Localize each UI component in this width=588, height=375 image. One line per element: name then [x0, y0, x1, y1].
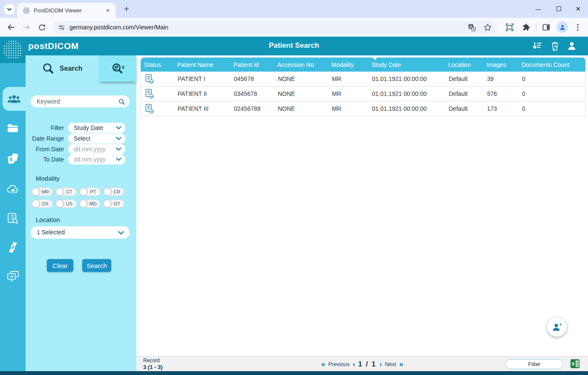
- chevron-down-icon: [116, 158, 121, 161]
- record-label: Record: [143, 358, 163, 364]
- reload-button[interactable]: [37, 22, 47, 32]
- tab-title: PostDICOM Viewer: [34, 7, 104, 14]
- chevron-down-icon: [116, 137, 121, 140]
- page-title: Patient Search: [0, 41, 588, 50]
- col-patient-name[interactable]: Patient Name: [174, 58, 230, 72]
- sidebar-item-patients[interactable]: [3, 87, 26, 111]
- tab-search[interactable]: Search: [26, 55, 99, 82]
- date-range-row: Date Range Select: [31, 133, 130, 144]
- to-date-row: To Date dd.mm.yyyy: [31, 154, 130, 164]
- site-settings-icon[interactable]: [58, 24, 65, 31]
- clear-button[interactable]: Clear: [47, 259, 73, 272]
- sidebar-item-sync[interactable]: [0, 235, 26, 259]
- modality-toggle-ot[interactable]: OT: [103, 199, 124, 208]
- col-status[interactable]: Status: [141, 58, 174, 72]
- toggle-knob: [80, 200, 87, 208]
- chevron-down-icon: [116, 126, 121, 130]
- add-patient-fab[interactable]: [547, 317, 567, 337]
- account-user-icon[interactable]: [566, 40, 578, 52]
- tab-close-icon[interactable]: ✕: [104, 7, 112, 14]
- modality-toggle-ct[interactable]: CT: [55, 188, 77, 196]
- col-patient-id[interactable]: Patient Id: [230, 58, 274, 72]
- table-header: Status Patient Name Patient Id Accession…: [141, 58, 585, 72]
- chevron-down-icon: [7, 8, 12, 11]
- previous-page-link[interactable]: Previous: [328, 361, 350, 367]
- translate-icon[interactable]: A: [468, 23, 476, 32]
- keyword-search-icon[interactable]: [118, 98, 125, 105]
- toggle-knob: [56, 200, 63, 208]
- bookmark-star-icon[interactable]: [484, 23, 492, 32]
- postdicom-window: PostDICOM Viewer ✕ + ✕ germany.postdicom…: [0, 0, 588, 375]
- col-study-date[interactable]: Study Date: [368, 58, 445, 72]
- browser-menu-kebab-icon[interactable]: [573, 22, 583, 32]
- side-panel-icon[interactable]: [541, 22, 551, 32]
- tab-advanced-search[interactable]: [99, 55, 136, 82]
- filter-select[interactable]: Study Date: [68, 123, 125, 133]
- filter-button[interactable]: Filter: [505, 359, 563, 369]
- col-documents-count[interactable]: Documents Count: [518, 58, 585, 72]
- col-modality[interactable]: Modality: [328, 58, 368, 72]
- modality-toggle-dx[interactable]: DX: [32, 199, 53, 208]
- bottom-strip: [0, 371, 588, 375]
- toggle-knob: [104, 188, 111, 196]
- filter-row: Filter Study Date: [31, 123, 130, 133]
- prev-page-icon[interactable]: ‹: [353, 360, 355, 369]
- to-date-label: To Date: [31, 156, 68, 163]
- brain-logo: [0, 37, 26, 63]
- first-page-icon[interactable]: «: [321, 360, 325, 369]
- modality-toggle-mr[interactable]: MR: [32, 188, 53, 196]
- trash-recycle-icon[interactable]: [549, 40, 561, 52]
- browser-profile-avatar[interactable]: [556, 21, 568, 33]
- tab-search-button[interactable]: [4, 4, 14, 14]
- sync-arrows-icon: [7, 242, 19, 253]
- url-text: germany.postdicom.com/Viewer/Main: [69, 24, 468, 31]
- window-minimize-button[interactable]: [532, 3, 545, 14]
- last-page-icon[interactable]: »: [399, 360, 403, 369]
- sort-list-icon[interactable]: [531, 40, 543, 52]
- screenshot-extension-icon[interactable]: [504, 22, 515, 32]
- modality-label: Modality: [36, 175, 60, 182]
- table-row[interactable]: PATIENT II 0345678 NONE MR 01.01.1921 00…: [141, 87, 585, 101]
- url-bar[interactable]: germany.postdicom.com/Viewer/Main A: [53, 21, 497, 34]
- svg-text:X: X: [571, 361, 575, 366]
- window-close-button[interactable]: ✕: [572, 3, 585, 14]
- toggle-knob: [56, 188, 63, 196]
- sidebar-item-patient-cards[interactable]: [0, 147, 26, 170]
- table-row[interactable]: PATIENT I 045678 NONE MR 01.01.1921 00:0…: [141, 72, 585, 87]
- search-button[interactable]: Search: [82, 259, 111, 272]
- study-status-icon: [144, 104, 155, 114]
- forward-button[interactable]: [21, 22, 32, 32]
- next-page-link[interactable]: Next: [385, 361, 396, 367]
- toggle-knob: [32, 200, 40, 208]
- postdicom-logo: postDICOM: [28, 41, 79, 51]
- col-accession-no[interactable]: Accession No: [274, 58, 328, 72]
- location-select[interactable]: 1 Selected: [31, 226, 130, 239]
- toggle-knob: [80, 188, 87, 196]
- filter-label: Filter: [31, 124, 68, 131]
- col-images[interactable]: Images: [483, 58, 518, 72]
- sidebar-item-folders[interactable]: [0, 116, 26, 140]
- sidebar-item-order-list[interactable]: [0, 206, 26, 230]
- modality-toggle-mg[interactable]: MG: [79, 199, 101, 208]
- sidebar-item-remote-workstation[interactable]: [0, 264, 26, 288]
- chevron-down-icon: [116, 147, 121, 151]
- table-row[interactable]: PATIENT III 02456789 NONE MR 01.01.1921 …: [141, 101, 585, 116]
- browser-tab[interactable]: PostDICOM Viewer ✕: [17, 3, 116, 18]
- date-range-select[interactable]: Select: [68, 133, 125, 144]
- modality-toggle-us[interactable]: US: [55, 199, 77, 208]
- modality-toggle-pt[interactable]: PT: [79, 188, 101, 196]
- to-date-select[interactable]: dd.mm.yyyy: [68, 154, 125, 164]
- back-button[interactable]: [6, 22, 16, 32]
- remote-workstation-icon: [7, 271, 19, 282]
- extensions-puzzle-icon[interactable]: [521, 22, 531, 32]
- modality-toggle-cr[interactable]: CR: [103, 188, 124, 196]
- col-location[interactable]: Location: [445, 58, 483, 72]
- window-maximize-button[interactable]: [552, 3, 565, 14]
- new-tab-button[interactable]: +: [121, 4, 132, 15]
- sidebar-item-upload[interactable]: [0, 177, 26, 201]
- from-date-select[interactable]: dd.mm.yyyy: [68, 144, 125, 154]
- keyword-input[interactable]: [37, 98, 118, 105]
- export-excel-icon[interactable]: X: [570, 359, 580, 369]
- chevron-down-icon: [118, 231, 124, 235]
- next-page-icon[interactable]: ›: [379, 360, 382, 369]
